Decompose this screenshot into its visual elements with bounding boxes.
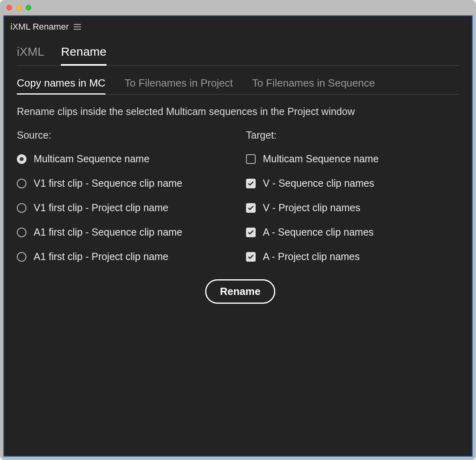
radio-icon [17, 179, 26, 188]
target-option-v-project-clip-names[interactable]: V - Project clip names [246, 202, 459, 214]
secondary-tabs: Copy names in MC To Filenames in Project… [17, 77, 459, 95]
minimize-window-button[interactable] [16, 5, 22, 10]
radio-icon [17, 228, 26, 237]
app-window: iXML Renamer iXML Rename Copy names in M… [0, 0, 476, 460]
target-option-v-sequence-clip-names[interactable]: V - Sequence clip names [246, 178, 459, 189]
subtab-to-filenames-in-sequence[interactable]: To Filenames in Sequence [252, 77, 375, 95]
source-column: Source: Multicam Sequence name V1 first … [17, 129, 230, 275]
radio-icon [17, 154, 26, 164]
target-column: Target: Multicam Sequence name V - Seq [246, 129, 459, 275]
target-option-a-sequence-clip-names[interactable]: A - Sequence clip names [246, 226, 459, 238]
source-option-a1-sequence-clip-name[interactable]: A1 first clip - Sequence clip name [17, 226, 230, 238]
subtab-to-filenames-in-project[interactable]: To Filenames in Project [125, 77, 233, 95]
panel-content: iXML Renamer iXML Rename Copy names in M… [3, 15, 473, 457]
radio-icon [17, 203, 26, 213]
source-option-multicam-sequence-name[interactable]: Multicam Sequence name [17, 153, 230, 165]
close-window-button[interactable] [6, 5, 12, 10]
radio-icon [17, 252, 26, 262]
source-option-label: A1 first clip - Project clip name [34, 251, 168, 262]
main-area: iXML Rename Copy names in MC To Filename… [4, 36, 472, 304]
checkbox-icon [246, 154, 256, 164]
subtab-copy-names-in-mc[interactable]: Copy names in MC [17, 77, 105, 95]
source-option-label: V1 first clip - Sequence clip name [34, 178, 182, 189]
checkbox-icon [246, 228, 256, 237]
target-option-label: A - Project clip names [263, 251, 360, 262]
source-option-v1-project-clip-name[interactable]: V1 first clip - Project clip name [17, 202, 230, 214]
source-option-label: V1 first clip - Project clip name [34, 202, 168, 214]
target-option-label: A - Sequence clip names [263, 226, 374, 238]
panel-header: iXML Renamer [4, 16, 472, 36]
target-option-label: Multicam Sequence name [263, 153, 379, 165]
target-option-label: V - Sequence clip names [263, 178, 374, 189]
panel-title: iXML Renamer [10, 22, 69, 32]
checkbox-icon [246, 252, 256, 262]
target-option-a-project-clip-names[interactable]: A - Project clip names [246, 251, 459, 262]
tab-ixml[interactable]: iXML [17, 45, 44, 66]
source-option-label: Multicam Sequence name [34, 153, 149, 165]
source-header: Source: [17, 129, 230, 141]
target-header: Target: [246, 129, 459, 141]
tab-rename[interactable]: Rename [61, 45, 106, 66]
titlebar [0, 0, 476, 15]
description-text: Rename clips inside the selected Multica… [17, 106, 459, 117]
source-option-a1-project-clip-name[interactable]: A1 first clip - Project clip name [17, 251, 230, 262]
source-option-label: A1 first clip - Sequence clip name [34, 226, 182, 238]
target-option-label: V - Project clip names [263, 202, 360, 214]
columns: Source: Multicam Sequence name V1 first … [17, 129, 459, 275]
target-option-multicam-sequence-name[interactable]: Multicam Sequence name [246, 153, 459, 165]
rename-button[interactable]: Rename [205, 279, 275, 304]
panel-menu-icon[interactable] [74, 24, 81, 30]
content-outer: iXML Renamer iXML Rename Copy names in M… [0, 15, 476, 460]
checkbox-icon [246, 203, 256, 213]
source-option-v1-sequence-clip-name[interactable]: V1 first clip - Sequence clip name [17, 178, 230, 189]
checkbox-icon [246, 179, 256, 188]
maximize-window-button[interactable] [26, 5, 31, 10]
primary-tabs: iXML Rename [17, 45, 459, 66]
action-row: Rename [17, 279, 459, 304]
